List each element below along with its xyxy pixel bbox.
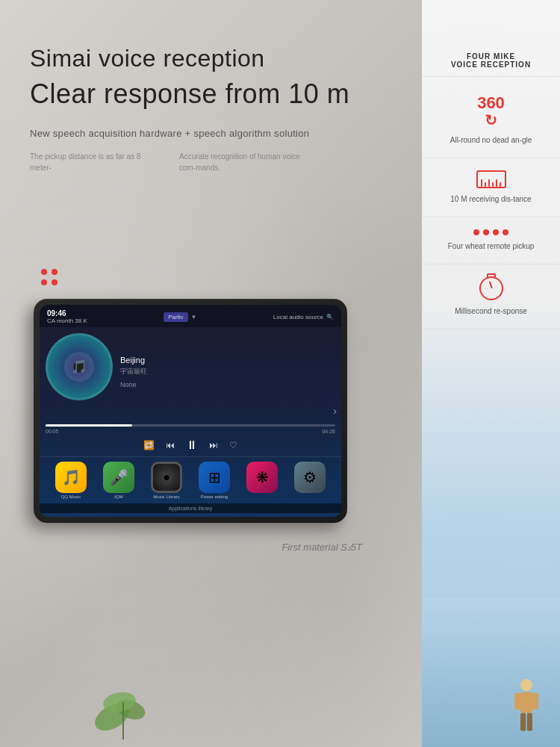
app-qq-music[interactable]: 🎵 QQ Music	[55, 462, 87, 499]
feature-360-label: All-round no dead an-gle	[450, 135, 532, 146]
360-icon: 360 ↻	[477, 95, 505, 129]
feature-dots-label: Four wheat remote pickup	[448, 241, 535, 252]
ruler-tick	[481, 179, 482, 187]
svg-rect-8	[520, 713, 526, 731]
gear-icon: ⚙	[294, 462, 326, 493]
app-iqm[interactable]: 🎤 IQM	[103, 462, 134, 499]
ruler-tick	[496, 179, 497, 187]
app-icons-row: 🎵 QQ Music 🎤 IQM ● Music Library ⊞	[40, 456, 341, 503]
360-number: 360	[477, 95, 505, 111]
desc-right: Accurate recognition of human voice com-…	[179, 151, 314, 173]
device-bottom-bar: Applications library	[40, 503, 341, 513]
app-power-setting[interactable]: ⊞ Power setting	[199, 462, 230, 499]
red-dot	[52, 269, 57, 275]
playback-controls: 🔁 ⏮ ⏸ ⏭ ♡	[40, 434, 341, 456]
bottom-bar-text: Applications library	[42, 506, 339, 511]
album-art-icon: 🎵	[71, 359, 87, 375]
right-bg-scene	[422, 598, 560, 747]
shuffle-button[interactable]: 🔁	[143, 440, 155, 450]
screen-time-status: 09:46 CA month 38 K	[47, 309, 87, 324]
feature-ruler-label: 10 M receiving dis-tance	[450, 194, 531, 205]
timer-hand	[488, 281, 492, 288]
app-flower[interactable]: ❋	[246, 462, 278, 499]
device-container: 09:46 CA month 38 K Partiv ▼ Local audio…	[34, 299, 347, 553]
flower-icon: ❋	[246, 462, 278, 493]
music-player-area: 🎵 Beijing 宇宙最旺 None ›	[40, 327, 341, 424]
progress-section: 00:05 04:26	[40, 424, 341, 434]
song-title: Beijing	[120, 356, 335, 365]
right-section: FOUR MIKE VOICE RECEPTION 360 ↻ All-roun…	[422, 0, 560, 747]
song-none: None	[120, 381, 335, 388]
time-current: 00:05	[46, 429, 59, 434]
iqm-icon: 🎤	[103, 462, 134, 493]
qq-music-icon: 🎵	[55, 462, 87, 493]
feature-header-line2: VOICE RECEPTION	[429, 61, 553, 69]
progress-fill	[46, 424, 132, 427]
tab-separator: ▼	[191, 314, 197, 320]
dot-2	[483, 229, 489, 235]
like-button[interactable]: ♡	[229, 440, 237, 450]
360-arrow-icon: ↻	[485, 111, 497, 129]
screen-tab-active[interactable]: Partiv	[164, 312, 187, 322]
app-gear[interactable]: ⚙	[294, 462, 326, 499]
power-setting-label: Power setting	[201, 495, 228, 499]
feature-header: FOUR MIKE VOICE RECEPTION	[422, 45, 560, 77]
subtitle: New speech acquisition hardware + speech…	[30, 128, 407, 139]
progress-bar[interactable]	[46, 424, 335, 427]
qq-music-label: QQ Music	[61, 495, 81, 499]
ruler-icon-area	[476, 170, 506, 188]
svg-point-4	[520, 679, 532, 691]
svg-rect-9	[527, 713, 532, 731]
feature-ruler: 10 M receiving dis-tance	[422, 158, 560, 217]
screen-top-bar: 09:46 CA month 38 K Partiv ▼ Local audio…	[40, 305, 341, 327]
pause-button[interactable]: ⏸	[186, 438, 198, 452]
music-library-icon: ●	[151, 462, 182, 493]
song-subtitle: 宇宙最旺	[120, 367, 335, 376]
dots-icon	[473, 229, 508, 235]
ruler-tick	[488, 179, 490, 187]
person-silhouette	[508, 676, 545, 736]
svg-rect-6	[514, 692, 520, 709]
dot-4	[503, 229, 508, 235]
album-inner: 🎵	[64, 352, 94, 382]
title-line2: Clear response from 10 m	[30, 78, 407, 110]
music-library-label: Music Library	[153, 495, 180, 499]
svg-rect-5	[520, 692, 532, 713]
dots-icon-area	[473, 229, 508, 235]
device-outer: 09:46 CA month 38 K Partiv ▼ Local audio…	[34, 299, 347, 523]
next-button[interactable]: ⏭	[209, 440, 218, 450]
ruler-tick	[500, 182, 501, 187]
timer-icon	[479, 276, 503, 300]
prev-button[interactable]: ⏮	[166, 440, 175, 450]
screen-time: 09:46	[47, 309, 87, 317]
ruler-tick	[492, 182, 494, 187]
feature-dots: Four wheat remote pickup	[422, 217, 560, 264]
dot-3	[493, 229, 499, 235]
app-music-library[interactable]: ● Music Library	[151, 462, 182, 499]
feature-timer-label: Millisecond re-sponse	[455, 306, 527, 317]
source-label: Local audio source	[273, 314, 323, 320]
feature-header-line1: FOUR MIKE	[429, 52, 553, 61]
screen-search-icon[interactable]: 🔍	[326, 314, 334, 320]
title-line1: Simai voice reception	[30, 45, 407, 72]
left-section: Simai voice reception Clear response fro…	[0, 0, 422, 747]
svg-rect-7	[532, 692, 538, 709]
album-art: 🎵	[46, 333, 113, 400]
text-content: Simai voice reception Clear response fro…	[30, 45, 407, 182]
screen-chevron-icon[interactable]: ›	[333, 405, 337, 417]
music-info: Beijing 宇宙最旺 None	[120, 333, 335, 418]
screen-status: CA month 38 K	[47, 317, 87, 324]
device-screen: 09:46 CA month 38 K Partiv ▼ Local audio…	[40, 305, 341, 517]
ruler-tick	[485, 182, 486, 187]
red-dot	[41, 279, 47, 285]
feature-timer: Millisecond re-sponse	[422, 264, 560, 329]
time-total: 04:26	[322, 429, 335, 434]
screen-tabs: Partiv ▼	[164, 312, 196, 322]
ruler-icon	[476, 170, 506, 188]
desc-row: The pickup distance is as far as 8 meter…	[30, 151, 407, 173]
iqm-label: IQM	[114, 495, 122, 499]
dot-1	[473, 229, 479, 235]
timer-icon-area	[479, 276, 503, 300]
360-icon-area: 360 ↻	[477, 95, 505, 129]
progress-times: 00:05 04:26	[46, 429, 335, 434]
